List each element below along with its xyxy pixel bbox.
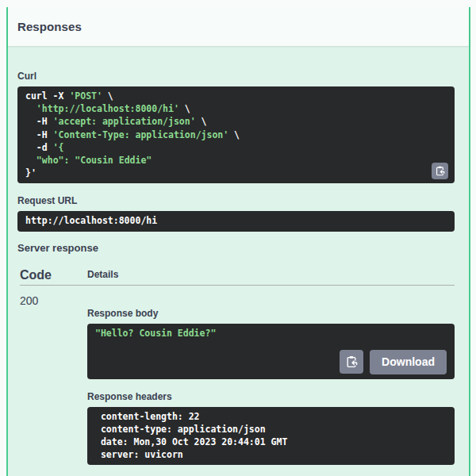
table-row: 200 Response body "Hello? Cousin Eddie?"… (20, 286, 455, 466)
request-url-value: http://localhost:8000/hi (25, 215, 157, 226)
curl-label: Curl (17, 71, 455, 82)
curl-command-block: curl -X 'POST' \ 'http://localhost:8000/… (17, 86, 455, 183)
copy-curl-button[interactable] (432, 163, 448, 179)
curl-command-code: curl -X 'POST' \ 'http://localhost:8000/… (25, 90, 240, 178)
responses-table: Code Details 200 Response body "Hello? C… (20, 268, 455, 466)
response-body-block: "Hello? Cousin Eddie?"Download (87, 324, 455, 379)
clipboard-copy-icon (345, 355, 358, 368)
response-headers-block: content-length: 22 content-type: applica… (87, 407, 455, 466)
copy-response-button[interactable] (340, 350, 363, 374)
response-details-cell: Response body "Hello? Cousin Eddie?"Down… (87, 294, 455, 466)
request-url-block: http://localhost:8000/hi (17, 211, 455, 231)
response-body-label: Response body (87, 308, 455, 319)
details-column-header: Details (87, 268, 118, 282)
clipboard-copy-icon (435, 166, 445, 176)
response-headers-label: Response headers (87, 391, 455, 402)
responses-table-header: Code Details (20, 268, 455, 286)
code-column-header: Code (20, 268, 87, 282)
response-body-buttons: Download (340, 350, 447, 374)
request-url-label: Request URL (17, 195, 455, 206)
opblock-post-responses: Responses Curl curl -X 'POST' \ 'http://… (6, 7, 470, 476)
response-body-value: "Hello? Cousin Eddie?" (95, 328, 216, 339)
server-response-label: Server response (17, 242, 455, 254)
opblock-body: Curl curl -X 'POST' \ 'http://localhost:… (8, 71, 469, 465)
status-code: 200 (20, 294, 87, 466)
responses-section-header: Responses (8, 7, 469, 46)
download-button[interactable]: Download (370, 350, 447, 374)
responses-title: Responses (17, 20, 82, 33)
